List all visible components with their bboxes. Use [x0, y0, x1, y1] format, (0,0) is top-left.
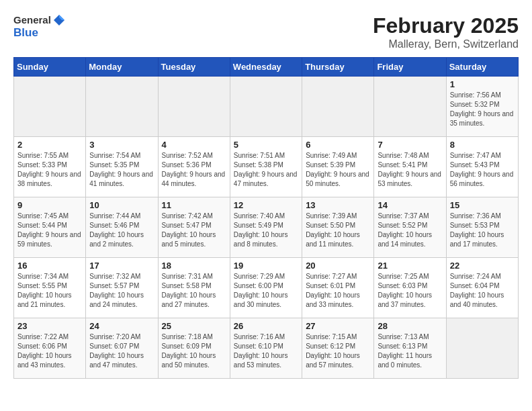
day-number: 4	[162, 140, 226, 150]
week-row-3: 9Sunrise: 7:45 AM Sunset: 5:44 PM Daylig…	[14, 197, 519, 258]
day-number: 21	[378, 261, 442, 271]
calendar-cell: 3Sunrise: 7:54 AM Sunset: 5:35 PM Daylig…	[86, 137, 158, 197]
calendar-cell: 8Sunrise: 7:47 AM Sunset: 5:43 PM Daylig…	[446, 137, 518, 197]
day-number: 19	[234, 261, 298, 271]
day-info: Sunrise: 7:44 AM Sunset: 5:46 PM Dayligh…	[89, 212, 154, 249]
calendar-cell	[302, 77, 374, 137]
calendar-cell: 19Sunrise: 7:29 AM Sunset: 6:00 PM Dayli…	[230, 258, 302, 318]
day-info: Sunrise: 7:18 AM Sunset: 6:09 PM Dayligh…	[162, 332, 226, 370]
day-number: 25	[162, 321, 226, 331]
calendar-cell: 13Sunrise: 7:39 AM Sunset: 5:50 PM Dayli…	[302, 197, 374, 258]
day-number: 28	[378, 321, 442, 331]
calendar-cell: 16Sunrise: 7:34 AM Sunset: 5:55 PM Dayli…	[14, 258, 86, 318]
day-number: 13	[306, 200, 370, 210]
day-number: 3	[89, 140, 154, 150]
calendar-cell: 17Sunrise: 7:32 AM Sunset: 5:57 PM Dayli…	[86, 258, 158, 318]
day-info: Sunrise: 7:49 AM Sunset: 5:39 PM Dayligh…	[306, 151, 370, 189]
calendar-cell: 15Sunrise: 7:36 AM Sunset: 5:53 PM Dayli…	[446, 197, 518, 258]
day-info: Sunrise: 7:31 AM Sunset: 5:58 PM Dayligh…	[162, 272, 226, 310]
logo-general-text: General	[13, 15, 51, 26]
calendar-cell: 14Sunrise: 7:37 AM Sunset: 5:52 PM Dayli…	[374, 197, 446, 258]
day-number: 14	[378, 200, 442, 210]
weekday-header-wednesday: Wednesday	[230, 58, 302, 77]
day-number: 8	[450, 140, 515, 150]
day-number: 24	[89, 321, 154, 331]
day-info: Sunrise: 7:16 AM Sunset: 6:10 PM Dayligh…	[234, 332, 298, 370]
day-info: Sunrise: 7:47 AM Sunset: 5:43 PM Dayligh…	[450, 151, 515, 189]
day-info: Sunrise: 7:51 AM Sunset: 5:38 PM Dayligh…	[234, 151, 298, 189]
week-row-2: 2Sunrise: 7:55 AM Sunset: 5:33 PM Daylig…	[14, 137, 519, 197]
calendar-cell	[230, 77, 302, 137]
logo-icon	[52, 13, 66, 27]
day-info: Sunrise: 7:22 AM Sunset: 6:06 PM Dayligh…	[17, 332, 82, 370]
logo-blue-text: Blue	[13, 27, 66, 40]
weekday-header-row: SundayMondayTuesdayWednesdayThursdayFrid…	[14, 58, 519, 77]
title-block: February 2025 Malleray, Bern, Switzerlan…	[373, 13, 519, 50]
day-number: 15	[450, 200, 515, 210]
calendar-cell	[158, 77, 230, 137]
calendar-cell: 7Sunrise: 7:48 AM Sunset: 5:41 PM Daylig…	[374, 137, 446, 197]
calendar-cell: 20Sunrise: 7:27 AM Sunset: 6:01 PM Dayli…	[302, 258, 374, 318]
day-info: Sunrise: 7:55 AM Sunset: 5:33 PM Dayligh…	[17, 151, 82, 189]
day-info: Sunrise: 7:32 AM Sunset: 5:57 PM Dayligh…	[89, 272, 154, 310]
calendar-cell: 21Sunrise: 7:25 AM Sunset: 6:03 PM Dayli…	[374, 258, 446, 318]
month-title: February 2025	[373, 13, 519, 38]
weekday-header-thursday: Thursday	[302, 58, 374, 77]
calendar-cell	[374, 77, 446, 137]
calendar-cell: 12Sunrise: 7:40 AM Sunset: 5:49 PM Dayli…	[230, 197, 302, 258]
page-header: General Blue February 2025 Malleray, Ber…	[13, 13, 519, 50]
day-info: Sunrise: 7:37 AM Sunset: 5:52 PM Dayligh…	[378, 212, 442, 249]
weekday-header-friday: Friday	[374, 58, 446, 77]
day-info: Sunrise: 7:40 AM Sunset: 5:49 PM Dayligh…	[234, 212, 298, 249]
calendar-cell: 22Sunrise: 7:24 AM Sunset: 6:04 PM Dayli…	[446, 258, 518, 318]
day-info: Sunrise: 7:42 AM Sunset: 5:47 PM Dayligh…	[162, 212, 226, 249]
day-number: 23	[17, 321, 82, 331]
calendar-cell: 10Sunrise: 7:44 AM Sunset: 5:46 PM Dayli…	[86, 197, 158, 258]
weekday-header-tuesday: Tuesday	[158, 58, 230, 77]
day-number: 20	[306, 261, 370, 271]
calendar-cell: 5Sunrise: 7:51 AM Sunset: 5:38 PM Daylig…	[230, 137, 302, 197]
day-number: 9	[17, 200, 82, 210]
calendar-cell: 6Sunrise: 7:49 AM Sunset: 5:39 PM Daylig…	[302, 137, 374, 197]
calendar-cell: 9Sunrise: 7:45 AM Sunset: 5:44 PM Daylig…	[14, 197, 86, 258]
day-info: Sunrise: 7:45 AM Sunset: 5:44 PM Dayligh…	[17, 212, 82, 249]
day-number: 27	[306, 321, 370, 331]
calendar-cell: 2Sunrise: 7:55 AM Sunset: 5:33 PM Daylig…	[14, 137, 86, 197]
calendar-cell: 4Sunrise: 7:52 AM Sunset: 5:36 PM Daylig…	[158, 137, 230, 197]
day-info: Sunrise: 7:52 AM Sunset: 5:36 PM Dayligh…	[162, 151, 226, 189]
day-info: Sunrise: 7:13 AM Sunset: 6:13 PM Dayligh…	[378, 332, 442, 370]
day-number: 5	[234, 140, 298, 150]
day-info: Sunrise: 7:54 AM Sunset: 5:35 PM Dayligh…	[89, 151, 154, 189]
calendar-cell: 28Sunrise: 7:13 AM Sunset: 6:13 PM Dayli…	[374, 318, 446, 379]
day-number: 6	[306, 140, 370, 150]
day-number: 18	[162, 261, 226, 271]
day-number: 22	[450, 261, 515, 271]
calendar-cell	[14, 77, 86, 137]
calendar-cell: 24Sunrise: 7:20 AM Sunset: 6:07 PM Dayli…	[86, 318, 158, 379]
day-info: Sunrise: 7:36 AM Sunset: 5:53 PM Dayligh…	[450, 212, 515, 249]
weekday-header-monday: Monday	[86, 58, 158, 77]
day-number: 10	[89, 200, 154, 210]
calendar-cell: 25Sunrise: 7:18 AM Sunset: 6:09 PM Dayli…	[158, 318, 230, 379]
logo: General Blue	[13, 13, 66, 40]
calendar-table: SundayMondayTuesdayWednesdayThursdayFrid…	[13, 57, 519, 379]
day-number: 12	[234, 200, 298, 210]
day-info: Sunrise: 7:25 AM Sunset: 6:03 PM Dayligh…	[378, 272, 442, 310]
day-info: Sunrise: 7:39 AM Sunset: 5:50 PM Dayligh…	[306, 212, 370, 249]
day-info: Sunrise: 7:20 AM Sunset: 6:07 PM Dayligh…	[89, 332, 154, 370]
calendar-cell: 27Sunrise: 7:15 AM Sunset: 6:12 PM Dayli…	[302, 318, 374, 379]
calendar-cell	[86, 77, 158, 137]
day-number: 2	[17, 140, 82, 150]
weekday-header-sunday: Sunday	[14, 58, 86, 77]
day-info: Sunrise: 7:34 AM Sunset: 5:55 PM Dayligh…	[17, 272, 82, 310]
calendar-cell: 1Sunrise: 7:56 AM Sunset: 5:32 PM Daylig…	[446, 77, 518, 137]
calendar-cell	[446, 318, 518, 379]
day-number: 1	[450, 79, 515, 89]
week-row-1: 1Sunrise: 7:56 AM Sunset: 5:32 PM Daylig…	[14, 77, 519, 137]
day-info: Sunrise: 7:15 AM Sunset: 6:12 PM Dayligh…	[306, 332, 370, 370]
calendar-cell: 26Sunrise: 7:16 AM Sunset: 6:10 PM Dayli…	[230, 318, 302, 379]
day-number: 26	[234, 321, 298, 331]
location: Malleray, Bern, Switzerland	[373, 38, 519, 50]
day-info: Sunrise: 7:29 AM Sunset: 6:00 PM Dayligh…	[234, 272, 298, 310]
calendar-cell: 23Sunrise: 7:22 AM Sunset: 6:06 PM Dayli…	[14, 318, 86, 379]
